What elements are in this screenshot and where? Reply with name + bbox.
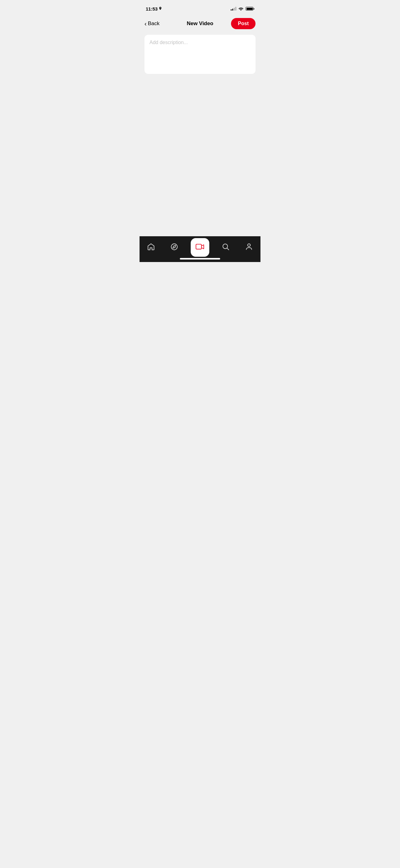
nav-item-camera[interactable]	[191, 238, 209, 257]
battery-icon	[245, 7, 254, 10]
search-icon	[222, 243, 230, 252]
back-chevron-icon: ‹	[144, 21, 147, 27]
description-input[interactable]	[149, 40, 251, 68]
location-icon	[159, 7, 162, 10]
person-icon	[245, 243, 253, 252]
nav-item-home[interactable]	[144, 241, 158, 254]
wifi-icon	[238, 7, 243, 10]
compass-icon	[170, 243, 178, 252]
home-icon	[147, 243, 155, 252]
svg-rect-1	[196, 244, 202, 249]
nav-item-profile[interactable]	[242, 241, 256, 254]
time-display: 11:53	[146, 6, 158, 11]
bottom-nav	[139, 236, 261, 262]
nav-item-search[interactable]	[219, 241, 233, 254]
svg-point-3	[247, 244, 250, 247]
main-content	[139, 79, 261, 236]
post-button[interactable]: Post	[231, 18, 256, 29]
nav-header: ‹ Back New Video Post	[139, 16, 261, 33]
status-bar: 11:53	[139, 0, 261, 16]
description-container	[144, 35, 256, 74]
status-time: 11:53	[146, 6, 162, 11]
home-indicator	[180, 258, 220, 259]
camera-video-icon	[196, 243, 204, 251]
svg-point-0	[171, 244, 177, 250]
signal-icon	[231, 7, 236, 10]
status-icons	[231, 7, 254, 10]
back-button[interactable]: ‹ Back	[144, 19, 159, 28]
back-label: Back	[148, 21, 160, 27]
nav-item-explore[interactable]	[167, 241, 181, 254]
page-title: New Video	[187, 21, 213, 27]
